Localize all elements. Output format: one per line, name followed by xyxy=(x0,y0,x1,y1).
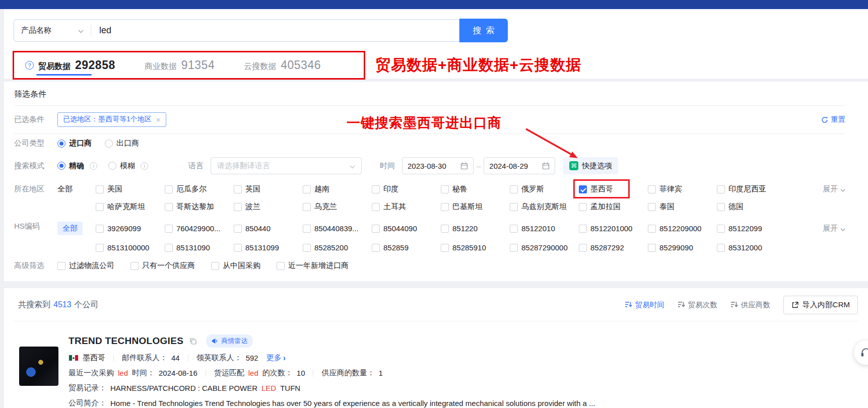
quick-options-button[interactable]: ⌘ 快捷选项 xyxy=(563,157,618,174)
sort-icon xyxy=(730,301,738,309)
region-checkbox[interactable]: 土耳其 xyxy=(372,202,441,212)
purchase-from-china-checkbox[interactable]: 从中国采购 xyxy=(211,261,260,270)
hs-checkbox[interactable]: 85287290000 xyxy=(510,243,579,252)
linkedin-contacts-value: 592 xyxy=(246,354,258,362)
checkbox-icon xyxy=(510,225,518,233)
region-checkbox[interactable]: 秘鲁 xyxy=(441,184,510,194)
translate-language-select[interactable]: 请选择翻译语言 xyxy=(211,157,362,174)
single-supplier-checkbox[interactable]: 只有一个供应商 xyxy=(130,261,195,270)
checkbox-icon xyxy=(211,262,219,270)
radio-exporter[interactable]: 出口商 xyxy=(105,139,139,148)
radio-exact-mode[interactable]: 精确 i xyxy=(57,161,97,171)
region-checkbox[interactable]: 菲律宾 xyxy=(648,184,717,194)
radio-fuzzy-mode[interactable]: 模糊 i xyxy=(108,161,148,171)
region-checkbox-mexico[interactable]: 墨西哥 xyxy=(579,184,648,194)
company-name[interactable]: TREND TECHNOLOGIES xyxy=(69,335,183,347)
hs-checkbox[interactable]: 85131090 xyxy=(165,243,234,252)
search-mode-label: 搜索模式 xyxy=(14,161,52,171)
region-checkbox[interactable]: 孟加拉国 xyxy=(579,202,648,212)
sort-trade-count[interactable]: 贸易次数 xyxy=(678,300,717,310)
hs-checkbox[interactable]: 85122099 xyxy=(717,224,786,233)
hs-checkbox[interactable]: 851220 xyxy=(441,224,510,233)
hs-checkbox[interactable]: 8512209000 xyxy=(648,224,717,233)
hs-checkbox[interactable]: 852859 xyxy=(372,243,441,252)
hs-checkbox[interactable]: 39269099 xyxy=(96,224,165,233)
tab-business-data[interactable]: 商业数据 91354 xyxy=(145,58,215,72)
hs-checkbox[interactable]: 85285910 xyxy=(441,243,510,252)
end-date-input[interactable]: 2024-08-29 xyxy=(484,157,555,174)
hs-checkbox[interactable]: 85131099 xyxy=(234,243,303,252)
checkbox-icon xyxy=(57,262,65,270)
region-checkbox[interactable]: 厄瓜多尔 xyxy=(165,184,234,194)
info-icon[interactable]: i xyxy=(90,162,97,170)
region-checkbox[interactable]: 乌克兰 xyxy=(303,202,372,212)
checkbox-icon xyxy=(579,225,587,233)
checkbox-icon xyxy=(130,262,139,270)
hs-checkbox[interactable]: 85287292 xyxy=(579,243,648,252)
new-importer-checkbox[interactable]: 近一年新增进口商 xyxy=(277,261,349,270)
expand-hs-codes-link[interactable]: 展开 xyxy=(823,224,845,233)
hs-all-button[interactable]: 全部 xyxy=(57,222,83,235)
hs-checkbox[interactable]: 85044090 xyxy=(372,224,441,233)
start-date-input[interactable]: 2023-08-30 xyxy=(402,157,474,174)
results-panel: 共搜索到 4513 个公司 贸易时间 贸易次数 供应商数 xyxy=(4,288,868,408)
hs-checkbox[interactable]: 8512201000 xyxy=(579,224,648,233)
chevron-down-icon xyxy=(840,224,845,233)
close-icon[interactable]: × xyxy=(156,115,161,124)
tab-trade-data[interactable]: ? 贸易数据 292858 xyxy=(25,58,115,72)
radio-icon xyxy=(108,162,116,170)
region-checkbox[interactable]: 巴基斯坦 xyxy=(441,202,510,212)
search-button[interactable]: 搜索 xyxy=(459,19,508,42)
region-checkbox[interactable]: 德国 xyxy=(717,202,786,212)
region-checkbox[interactable]: 印度尼西亚 xyxy=(717,184,786,194)
tab-cloud-search-data[interactable]: 云搜数据 405346 xyxy=(244,58,321,72)
region-checkbox[interactable]: 印度 xyxy=(372,184,441,194)
company-type-row: 公司类型 进口商 出口商 xyxy=(14,134,845,153)
region-checkbox[interactable]: 俄罗斯 xyxy=(510,184,579,194)
hs-checkbox[interactable]: 85312000 xyxy=(717,243,786,252)
business-radar-badge[interactable]: 商情雷达 xyxy=(206,334,253,348)
sort-trade-time[interactable]: 贸易时间 xyxy=(625,300,664,310)
info-icon[interactable]: i xyxy=(141,162,148,170)
annotation-red-box-tabs: ? 贸易数据 292858 商业数据 91354 云搜数据 405346 xyxy=(13,51,365,80)
search-category-label: 产品名称 xyxy=(21,26,51,35)
import-crm-button[interactable]: 导入内部CRM xyxy=(783,296,858,314)
hs-checkbox[interactable]: 8513100000 xyxy=(96,243,165,252)
region-checkbox[interactable]: 越南 xyxy=(303,184,372,194)
keyword-highlight: LED xyxy=(261,384,276,392)
search-category-dropdown[interactable]: 产品名称 xyxy=(14,20,91,41)
checkbox-icon xyxy=(303,244,311,252)
region-checkbox[interactable]: 英国 xyxy=(234,184,303,194)
company-result-item[interactable]: TREND TECHNOLOGIES 商情雷达 墨西哥 邮件联系人： 44 领英… xyxy=(14,321,858,408)
radio-importer[interactable]: 进口商 xyxy=(57,139,92,148)
checkbox-icon xyxy=(441,225,449,233)
region-all-link[interactable]: 全部 xyxy=(57,184,96,194)
hs-checkbox[interactable]: 85299090 xyxy=(648,243,717,252)
hs-checkbox[interactable]: 850440839... xyxy=(303,224,372,233)
select-placeholder: 请选择翻译语言 xyxy=(217,161,270,171)
company-name-row: TREND TECHNOLOGIES 商情雷达 xyxy=(69,334,595,348)
sort-icon xyxy=(625,301,632,309)
copy-icon[interactable] xyxy=(189,337,197,345)
selected-filter-tag[interactable]: 已选地区：墨西哥等1个地区 × xyxy=(57,112,166,127)
reset-button[interactable]: 重置 xyxy=(821,115,845,124)
radio-icon xyxy=(105,140,113,148)
hs-checkbox[interactable]: 85285200 xyxy=(303,243,372,252)
region-checkbox[interactable]: 乌兹别克斯坦 xyxy=(510,202,579,212)
region-checkbox[interactable]: 美国 xyxy=(96,184,165,194)
question-circle-icon[interactable]: ? xyxy=(25,61,34,70)
hs-checkbox[interactable]: 850440 xyxy=(234,224,303,233)
hs-checkbox[interactable]: 85122010 xyxy=(510,224,579,233)
region-checkbox[interactable]: 波兰 xyxy=(234,202,303,212)
data-source-tabs: ? 贸易数据 292858 商业数据 91354 云搜数据 405346 xyxy=(25,58,321,72)
filter-logistics-checkbox[interactable]: 过滤物流公司 xyxy=(57,261,114,270)
search-input[interactable] xyxy=(91,20,459,41)
region-checkbox[interactable]: 哈萨克斯坦 xyxy=(96,202,165,212)
expand-regions-link[interactable]: 展开 xyxy=(823,184,845,194)
region-checkbox[interactable]: 泰国 xyxy=(648,202,717,212)
more-link[interactable]: 更多 › xyxy=(266,353,286,363)
region-checkbox[interactable]: 哥斯达黎加 xyxy=(165,202,234,212)
sort-supplier-count[interactable]: 供应商数 xyxy=(730,300,770,310)
trade-record-label: 贸易记录： xyxy=(69,383,106,393)
hs-checkbox[interactable]: 760429900... xyxy=(165,224,234,233)
